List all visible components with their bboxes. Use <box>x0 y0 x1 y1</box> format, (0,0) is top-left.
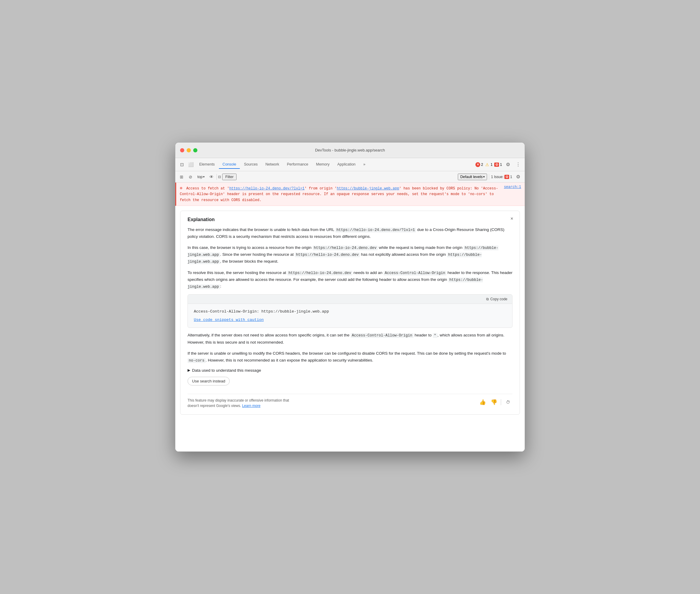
para1-code: https://hello-io-24.deno.dev/?lvl=1 <box>336 228 416 232</box>
device-toolbar-icon[interactable]: ⬜ <box>187 160 195 169</box>
close-explanation-button[interactable]: × <box>508 215 516 222</box>
explanation-para3: To resolve this issue, the server hostin… <box>187 269 513 290</box>
disclaimer-content: This feature may display inaccurate or o… <box>187 398 289 408</box>
tab-application[interactable]: Application <box>334 160 359 169</box>
console-settings-icon[interactable]: ⚙ <box>514 173 522 181</box>
inspect-element-icon[interactable]: ⊡ <box>178 160 186 169</box>
para3-code1: https://hello-io-24.deno.dev <box>287 271 352 275</box>
settings-icon[interactable]: ⚙ <box>504 160 512 169</box>
para4-star: * <box>433 333 438 338</box>
warning-badge: ⚠ 1 <box>485 162 493 167</box>
error-message-text: ⊗ Access to fetch at 'https://hello-io-2… <box>180 185 499 203</box>
data-used-row[interactable]: ▶ Data used to understand this message <box>187 368 513 372</box>
para5-code: no-cors <box>187 358 206 363</box>
issue-icon: 🛈 <box>494 163 499 167</box>
minimize-window-button[interactable] <box>187 148 191 153</box>
para3-last: : <box>220 284 221 289</box>
tab-more[interactable]: » <box>360 160 369 169</box>
use-search-button[interactable]: Use search instead <box>187 377 230 386</box>
copy-code-button[interactable]: ⧉ Copy code <box>484 296 509 302</box>
para4-text: Alternatively, if the server does not ne… <box>187 333 351 337</box>
tab-network[interactable]: Network <box>262 160 283 169</box>
window-controls <box>180 148 198 153</box>
caution-link[interactable]: Use code snippets with caution <box>194 317 264 323</box>
thumbs-down-button[interactable]: 👎 <box>489 398 498 407</box>
tab-sources[interactable]: Sources <box>240 160 261 169</box>
error-message-row: ⊗ Access to fetch at 'https://hello-io-2… <box>175 183 525 206</box>
para2-mid2: . Since the server hosting the resource … <box>220 252 295 257</box>
eye-icon[interactable]: 👁 <box>208 173 215 181</box>
disclaimer-text: This feature may display inaccurate or o… <box>187 398 301 408</box>
use-search-label: Use search instead <box>192 379 225 383</box>
para2-end: has not explicitly allowed access from t… <box>360 252 447 257</box>
para4-code: Access-Control-Allow-Origin <box>351 333 414 338</box>
para2-text: In this case, the browser is trying to a… <box>187 245 313 250</box>
error-icon: ✕ <box>476 162 480 167</box>
error-origin-link[interactable]: https://bubble-jingle.web.app <box>337 187 399 191</box>
explanation-para1: The error message indicates that the bro… <box>187 227 513 240</box>
explanation-para2: In this case, the browser is trying to a… <box>187 244 513 265</box>
issue-count-secondary: 1 <box>510 175 512 179</box>
para5-text: If the server is unable or unwilling to … <box>187 351 506 356</box>
sidebar-toggle-icon[interactable]: ⊞ <box>178 173 185 181</box>
issue-label: 1 Issue: <box>491 175 503 179</box>
filter-icon: ⊟ <box>218 175 221 179</box>
error-badge: ✕ 2 <box>476 162 483 167</box>
tab-memory[interactable]: Memory <box>312 160 333 169</box>
data-used-chevron-icon: ▶ <box>187 368 190 372</box>
titlebar: DevTools - bubble-jingle.web.app/search <box>175 142 525 158</box>
code-snippet-body: Access-Control-Allow-Origin: https://bub… <box>188 304 512 328</box>
levels-label: Default levels <box>460 175 483 179</box>
para2-last: , the browser blocks the request. <box>220 259 278 264</box>
disclaimer-row: This feature may display inaccurate or o… <box>187 394 513 408</box>
error-count: 2 <box>481 163 483 167</box>
filter-label: Filter <box>225 175 234 179</box>
data-used-label: Data used to understand this message <box>192 368 261 372</box>
divider <box>216 174 217 180</box>
issue-badge-secondary: 1 Issue: 🛈 1 <box>491 175 512 179</box>
explanation-para4: Alternatively, if the server does not ne… <box>187 332 513 346</box>
error-text-prefix: Access to fetch at ' <box>186 187 230 191</box>
issue-count-toolbar: 1 <box>500 163 502 167</box>
maximize-window-button[interactable] <box>193 148 198 153</box>
context-chevron-icon: ▾ <box>203 175 205 178</box>
explanation-panel: Explanation × The error message indicate… <box>180 211 520 415</box>
feedback-divider <box>501 399 501 405</box>
issue-badge-toolbar: 🛈 1 <box>494 163 502 167</box>
devtools-window: DevTools - bubble-jingle.web.app/search … <box>175 142 525 452</box>
warning-icon: ⚠ <box>485 162 490 167</box>
copy-code-label: Copy code <box>490 297 508 301</box>
copy-icon: ⧉ <box>486 297 489 301</box>
thumbs-up-button[interactable]: 👍 <box>478 398 487 407</box>
console-content: ⊗ Access to fetch at 'https://hello-io-2… <box>175 183 525 452</box>
code-block-header: ⧉ Copy code <box>188 295 512 304</box>
error-text-from: ' from origin ' <box>305 187 337 191</box>
clear-console-icon[interactable]: ⊘ <box>187 173 195 181</box>
feedback-buttons: 👍 👎 ⏱ <box>478 398 513 407</box>
warning-count: 1 <box>491 163 493 167</box>
secondary-toolbar: ⊞ ⊘ top ▾ 👁 ⊟ Filter Default levels ▾ 1 … <box>175 171 525 183</box>
para3-code2: Access-Control-Allow-Origin <box>383 271 447 275</box>
levels-chevron-icon: ▾ <box>483 175 485 178</box>
tab-performance[interactable]: Performance <box>283 160 312 169</box>
filter-input[interactable]: Filter <box>222 174 237 180</box>
para2-mid: while the request is being made from the… <box>378 245 463 250</box>
para3-mid: needs to add an <box>352 270 383 275</box>
tab-console[interactable]: Console <box>219 160 240 169</box>
learn-more-link[interactable]: Learn more <box>242 404 260 408</box>
error-source-link[interactable]: search:1 <box>504 185 521 189</box>
more-feedback-icon[interactable]: ⏱ <box>503 398 513 407</box>
context-selector[interactable]: top ▾ <box>196 174 206 179</box>
main-toolbar: ⊡ ⬜ Elements Console Sources Network Per… <box>175 158 525 171</box>
tab-elements[interactable]: Elements <box>196 160 218 169</box>
para1-text: The error message indicates that the bro… <box>187 227 336 232</box>
para5-end: . However, this is not recommended as it… <box>206 358 373 362</box>
close-window-button[interactable] <box>180 148 184 153</box>
para3-text: To resolve this issue, the server hostin… <box>187 270 287 275</box>
default-levels-button[interactable]: Default levels ▾ <box>458 174 487 180</box>
issue-count-icon: 🛈 <box>504 175 509 179</box>
error-url-link[interactable]: https://hello-io-24.deno.dev/?lvl=1 <box>230 187 305 191</box>
explanation-title: Explanation <box>187 217 513 222</box>
code-snippet-text: Access-Control-Allow-Origin: https://bub… <box>194 309 506 315</box>
more-options-icon[interactable]: ⋮ <box>514 160 522 169</box>
